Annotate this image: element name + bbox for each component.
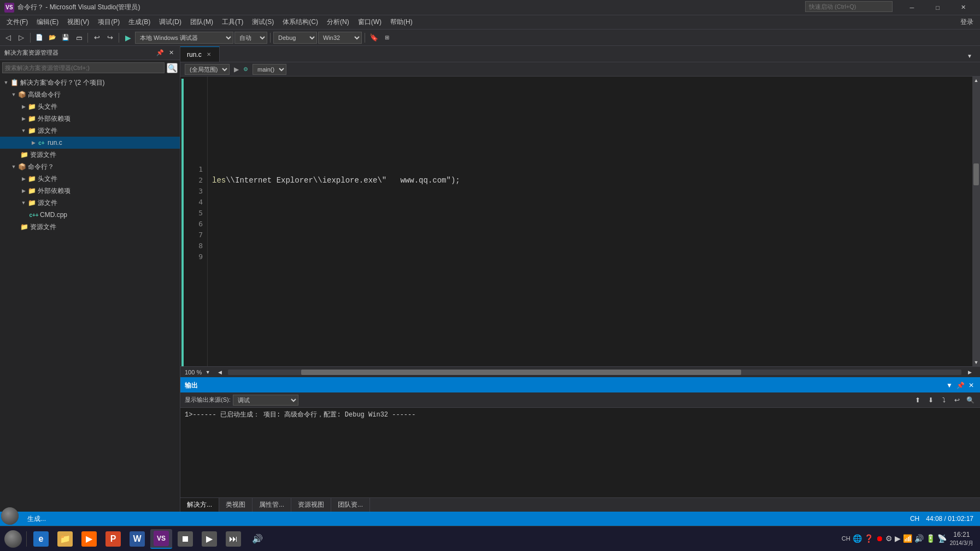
bottom-tab-resource[interactable]: 资源视图 — [291, 498, 331, 512]
taskbar-volume[interactable]: 🔊 — [247, 529, 268, 549]
tree-cmd-cpp[interactable]: c++ CMD.cpp — [0, 209, 180, 221]
menu-build[interactable]: 生成(B) — [124, 15, 155, 29]
maximize-button[interactable]: □ — [925, 2, 950, 13]
config-select[interactable]: 自动 — [234, 32, 267, 44]
editor-tabs-menu[interactable]: ▼ — [964, 50, 976, 62]
platform-select[interactable]: Win32 — [318, 32, 362, 44]
tray-icon-1[interactable]: 🌐 — [853, 534, 862, 543]
open-button[interactable]: 📂 — [46, 32, 58, 44]
menu-view[interactable]: 视图(V) — [63, 15, 93, 29]
menu-debug[interactable]: 调试(D) — [155, 15, 186, 29]
menu-login[interactable]: 登录 — [956, 15, 978, 29]
tray-icon-9[interactable]: 📡 — [937, 534, 947, 543]
output-pin-button[interactable]: 📌 — [956, 381, 965, 390]
output-filter-button[interactable]: 🔍 — [965, 395, 976, 406]
output-dropdown-button[interactable]: ▼ — [945, 381, 954, 390]
save-all-button[interactable]: 🗃 — [73, 32, 85, 44]
tree-res-1[interactable]: 📁 资源文件 — [0, 149, 180, 161]
undo-button[interactable]: ↩ — [91, 32, 103, 44]
forward-button[interactable]: ▷ — [15, 32, 27, 44]
menu-file[interactable]: 文件(F) — [2, 15, 32, 29]
tree-run-c[interactable]: ▶ c+ run.c — [0, 137, 180, 149]
taskbar-explorer[interactable]: 📁 — [54, 529, 76, 549]
bottom-tab-properties[interactable]: 属性管... — [253, 498, 291, 512]
sidebar-search-button[interactable]: 🔍 — [167, 63, 178, 73]
sidebar-pin-button[interactable]: 📌 — [156, 49, 165, 57]
output-action-3[interactable]: ⤵ — [938, 395, 949, 406]
output-action-1[interactable]: ⬆ — [912, 395, 923, 406]
tray-icon-2[interactable]: ❓ — [864, 534, 873, 543]
menu-window[interactable]: 窗口(W) — [354, 15, 386, 29]
start-button[interactable] — [2, 529, 24, 549]
sidebar-search-input[interactable] — [2, 62, 165, 73]
tray-icon-8[interactable]: 🔋 — [926, 534, 935, 543]
taskbar-media[interactable]: ▶ — [78, 529, 100, 549]
menu-test[interactable]: 测试(S) — [248, 15, 278, 29]
scroll-left-button[interactable]: ◀ — [214, 368, 226, 377]
sidebar-close-button[interactable]: ✕ — [167, 49, 175, 57]
scroll-right-button[interactable]: ▶ — [964, 368, 976, 377]
function-select[interactable]: main() — [253, 64, 286, 75]
save-button[interactable]: 💾 — [60, 32, 72, 44]
tree-source-1[interactable]: ▼ 📁 源文件 — [0, 125, 180, 137]
tree-source-2[interactable]: ▼ 📁 源文件 — [0, 197, 180, 209]
editor-scrollbar[interactable]: ▲ ▼ — [972, 77, 980, 366]
taskbar-player3[interactable]: ⏭ — [222, 529, 244, 549]
menu-team[interactable]: 团队(M) — [186, 15, 218, 29]
menu-edit[interactable]: 编辑(E) — [32, 15, 63, 29]
new-project-button[interactable]: 📄 — [33, 32, 45, 44]
build-config-select[interactable]: Debug — [273, 32, 317, 44]
menu-arch[interactable]: 体系结构(C) — [278, 15, 322, 29]
minimize-button[interactable]: ─ — [900, 2, 924, 13]
code-editor[interactable]: 1 2 3 4 5 6 7 8 9 les\\Internet Explorer… — [180, 77, 980, 366]
output-wrap-button[interactable]: ↩ — [952, 395, 963, 406]
taskbar-vs[interactable]: VS — [150, 529, 172, 549]
output-close-button[interactable]: ✕ — [967, 381, 976, 390]
bookmark-button[interactable]: 🔖 — [368, 32, 380, 44]
horizontal-scrollbar[interactable] — [228, 370, 961, 375]
output-action-2[interactable]: ⬇ — [925, 395, 936, 406]
debug-action-1[interactable]: ⊞ — [381, 32, 393, 44]
menu-analyze[interactable]: 分析(N) — [322, 15, 354, 29]
taskbar-player2[interactable]: ▶ — [198, 529, 220, 549]
tree-project-advanced[interactable]: ▼ 📦 高级命令行 — [0, 89, 180, 101]
scope-select[interactable]: (全局范围) — [185, 64, 230, 75]
taskbar-ppt[interactable]: P — [102, 529, 124, 549]
tray-icon-6[interactable]: 📶 — [903, 534, 912, 543]
menu-help[interactable]: 帮助(H) — [386, 15, 417, 29]
tray-icon-7[interactable]: 🔊 — [914, 534, 924, 543]
redo-button[interactable]: ↪ — [104, 32, 116, 44]
tab-run-c-close[interactable]: ✕ — [205, 51, 213, 58]
debugger-select[interactable]: 本地 Windows 调试器 — [135, 32, 233, 44]
menu-project[interactable]: 项目(P) — [93, 15, 124, 29]
bottom-tab-class[interactable]: 类视图 — [219, 498, 253, 512]
clock[interactable]: 16:21 2014/3/月 — [950, 530, 973, 547]
taskbar-word[interactable]: W — [126, 529, 148, 549]
quick-launch-input[interactable] — [805, 1, 893, 12]
tree-headers-1[interactable]: ▶ 📁 头文件 — [0, 101, 180, 113]
zoom-dropdown-button[interactable]: ▼ — [202, 368, 214, 377]
run-button[interactable]: ▶ — [122, 32, 134, 44]
scrollbar-down-button[interactable]: ▼ — [972, 359, 980, 366]
tree-headers-2[interactable]: ▶ 📁 头文件 — [0, 173, 180, 185]
scrollbar-up-button[interactable]: ▲ — [972, 77, 980, 84]
tray-icon-5[interactable]: ▶ — [895, 534, 901, 543]
taskbar-player1[interactable]: ⏹ — [174, 529, 196, 549]
bottom-tab-team[interactable]: 团队资... — [331, 498, 370, 512]
tree-res-2[interactable]: 📁 资源文件 — [0, 221, 180, 233]
tree-project-cmd[interactable]: ▼ 📦 命令行？ — [0, 161, 180, 173]
h-scrollbar-thumb[interactable] — [301, 370, 741, 375]
tray-icon-4[interactable]: ⚙ — [885, 534, 893, 543]
tray-icon-3[interactable]: ⏺ — [876, 534, 883, 543]
scrollbar-thumb[interactable] — [973, 163, 979, 185]
tree-solution[interactable]: ▼ 📋 解决方案'命令行？'(2 个项目) — [0, 77, 180, 89]
tree-deps-2[interactable]: ▶ 📁 外部依赖项 — [0, 185, 180, 197]
taskbar-ie[interactable]: e — [30, 529, 52, 549]
output-source-select[interactable]: 调试 — [233, 395, 298, 406]
close-button[interactable]: ✕ — [951, 2, 976, 13]
tree-deps-1[interactable]: ▶ 📁 外部依赖项 — [0, 113, 180, 125]
tab-run-c[interactable]: run.c ✕ — [180, 46, 220, 62]
menu-tools[interactable]: 工具(T) — [218, 15, 248, 29]
bottom-tab-solution[interactable]: 解决方... — [180, 498, 219, 512]
back-button[interactable]: ◁ — [2, 32, 14, 44]
